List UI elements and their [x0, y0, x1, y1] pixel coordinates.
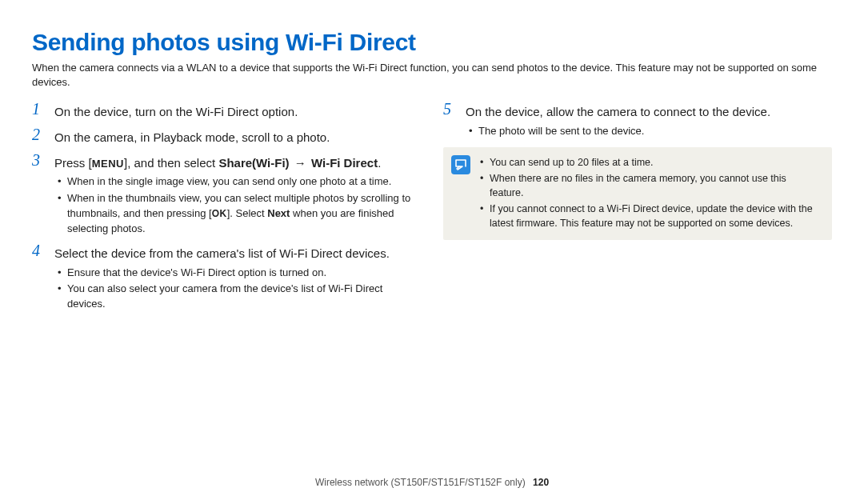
- right-column: 5 On the device, allow the camera to con…: [443, 103, 832, 320]
- footer-section: Wireless network (ST150F/ST151F/ST152F o…: [315, 477, 526, 488]
- step-4-bullets: Ensure that the device's Wi-Fi Direct op…: [54, 266, 421, 313]
- menu-icon: MENU: [92, 158, 124, 170]
- step-text: On the device, allow the camera to conne…: [466, 105, 770, 118]
- step-2: 2 On the camera, in Playback mode, scrol…: [32, 129, 421, 146]
- step-number: 5: [443, 100, 451, 118]
- page-title: Sending photos using Wi-Fi Direct: [32, 29, 832, 56]
- bullet: When in the thumbnails view, you can sel…: [58, 191, 421, 237]
- step-4: 4 Select the device from the camera's li…: [32, 245, 421, 312]
- bullet: Ensure that the device's Wi-Fi Direct op…: [58, 266, 421, 281]
- step-text: On the camera, in Playback mode, scroll …: [54, 130, 330, 144]
- step-3-bullets: When in the single image view, you can s…: [54, 174, 421, 236]
- bullet: You can send up to 20 files at a time.: [480, 155, 821, 170]
- next-label: Next: [267, 207, 290, 219]
- bullet: When in the single image view, you can s…: [58, 174, 421, 190]
- bullet: The photo will be sent to the device.: [469, 124, 832, 139]
- step-number: 3: [32, 151, 40, 170]
- steps-left: 1 On the device, turn on the Wi-Fi Direc…: [32, 103, 421, 312]
- text-fragment: .: [378, 156, 381, 170]
- bullet: If you cannot connect to a Wi-Fi Direct …: [480, 202, 821, 230]
- note-bullets: You can send up to 20 files at a time. W…: [480, 155, 821, 231]
- share-label: Share(Wi-Fi): [218, 156, 289, 170]
- step-number: 1: [32, 100, 40, 118]
- step-number: 2: [32, 126, 40, 144]
- step-5-bullets: The photo will be sent to the device.: [466, 124, 832, 139]
- content-columns: 1 On the device, turn on the Wi-Fi Direc…: [32, 103, 832, 320]
- page: Sending photos using Wi-Fi Direct When t…: [0, 0, 864, 504]
- left-column: 1 On the device, turn on the Wi-Fi Direc…: [32, 103, 421, 320]
- step-text: Select the device from the camera's list…: [54, 246, 390, 260]
- text-fragment: ]. Select: [227, 207, 268, 219]
- page-number: 120: [533, 477, 549, 488]
- wifi-direct-label: Wi-Fi Direct: [311, 156, 378, 170]
- step-text: Press [MENU], and then select Share(Wi-F…: [54, 156, 381, 170]
- step-text: On the device, turn on the Wi-Fi Direct …: [54, 105, 298, 118]
- text-fragment: ], and then select: [124, 156, 218, 170]
- step-number: 4: [32, 242, 40, 260]
- text-fragment: Press [: [54, 156, 92, 170]
- steps-right: 5 On the device, allow the camera to con…: [443, 103, 832, 139]
- page-footer: Wireless network (ST150F/ST151F/ST152F o…: [0, 477, 864, 488]
- step-5: 5 On the device, allow the camera to con…: [443, 103, 832, 139]
- arrow-icon: →: [290, 156, 311, 170]
- bullet: You can also select your camera from the…: [58, 282, 421, 312]
- note-icon: [451, 155, 470, 174]
- bullet: When there are no files in the camera me…: [480, 171, 821, 200]
- note-box: You can send up to 20 files at a time. W…: [443, 147, 832, 241]
- step-1: 1 On the device, turn on the Wi-Fi Direc…: [32, 103, 421, 121]
- step-3: 3 Press [MENU], and then select Share(Wi…: [32, 154, 421, 237]
- ok-icon: OK: [212, 208, 227, 219]
- intro-text: When the camera connects via a WLAN to a…: [32, 61, 832, 89]
